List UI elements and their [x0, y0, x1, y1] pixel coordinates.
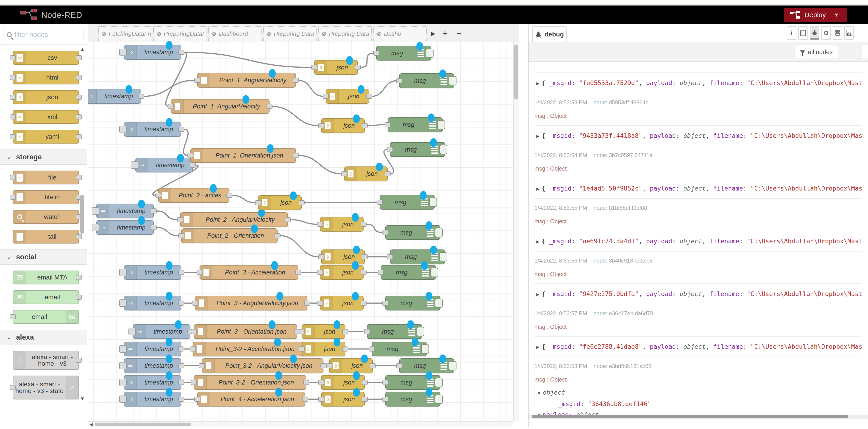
palette-section-alexa[interactable]: ⌄alexa	[0, 330, 87, 345]
input-port[interactable]	[178, 233, 184, 238]
output-port[interactable]	[342, 329, 348, 334]
node-inject-i8[interactable]: ⇒timestamp	[124, 296, 181, 310]
wire-f6-js7[interactable]	[280, 236, 319, 257]
input-port[interactable]	[382, 230, 389, 235]
wire-f2-js3[interactable]	[272, 106, 319, 126]
input-port[interactable]	[378, 270, 384, 275]
output-port[interactable]	[295, 270, 301, 275]
input-port[interactable]	[10, 385, 16, 390]
node-json-js10[interactable]: {}json	[302, 324, 345, 339]
node-file-f5[interactable]: Point_2 - AngularVelocity	[180, 212, 288, 227]
node-file-f11[interactable]: Point_3-2 - AngularVelocity.json	[202, 358, 323, 373]
input-port[interactable]	[194, 397, 200, 402]
debug-message-list[interactable]: · · ▶{ _msgid: "fe05533a.7529d", payload…	[528, 62, 868, 420]
input-port[interactable]	[317, 301, 323, 306]
output-port[interactable]	[178, 270, 184, 275]
sidebar-button-chart[interactable]	[844, 26, 854, 40]
output-port[interactable]	[362, 123, 368, 128]
node-json-js12[interactable]: {}json	[329, 358, 373, 373]
palette-node-email-mta[interactable]: ✉email MTA	[13, 270, 79, 284]
node-inject-i3[interactable]: ⇒timestamp	[124, 122, 181, 137]
wire-f3-js4[interactable]	[298, 156, 342, 174]
node-file-f6[interactable]: Point_2 - Orientation	[181, 228, 278, 243]
inject-button[interactable]	[119, 362, 127, 369]
node-file-f8[interactable]: Point_3 - AngularVelocity.json	[195, 296, 307, 310]
input-port[interactable]	[191, 380, 197, 385]
input-port[interactable]	[382, 397, 389, 402]
palette-scroll-up-icon[interactable]: ▲	[80, 46, 85, 52]
inject-button[interactable]	[119, 126, 127, 133]
input-port[interactable]	[382, 380, 389, 385]
output-port[interactable]	[304, 301, 310, 306]
deploy-caret-icon[interactable]: ▼	[834, 12, 839, 18]
node-debug-d11[interactable]: msg	[372, 342, 427, 356]
wire-i6-f6[interactable]	[156, 227, 179, 236]
palette-node-csv[interactable]: 1,2csv	[13, 51, 79, 65]
output-port[interactable]	[302, 397, 308, 402]
palette-scrollbar[interactable]: ▲ ▼	[80, 46, 85, 404]
palette-node-watch[interactable]: watch	[13, 210, 79, 224]
node-inject-i6[interactable]: ⇒timestamp	[96, 220, 154, 235]
inject-button[interactable]	[92, 207, 99, 214]
palette-node-email[interactable]: ✉email	[13, 290, 79, 304]
input-port[interactable]	[10, 114, 16, 120]
input-port[interactable]	[318, 380, 324, 385]
wire-f5-js6[interactable]	[290, 220, 318, 224]
flow-tab-4[interactable]: ⊘Preparing Data	[264, 26, 316, 41]
palette-node-alexa-smart-home-v3-state[interactable]: alexa - smart - home - v3 - state⌂	[13, 375, 79, 399]
palette-filter[interactable]	[3, 28, 84, 41]
output-port[interactable]	[151, 208, 157, 213]
tab-scroll-right-button[interactable]: ▶	[429, 26, 438, 41]
input-port[interactable]	[387, 147, 393, 152]
input-port[interactable]	[187, 153, 193, 158]
debug-enable-toggle[interactable]	[437, 120, 445, 129]
input-port[interactable]	[373, 51, 379, 56]
debug-enable-toggle[interactable]	[430, 268, 438, 277]
output-port[interactable]	[275, 233, 281, 238]
inject-button[interactable]	[119, 299, 127, 307]
debug-enable-toggle[interactable]	[439, 145, 447, 154]
output-port[interactable]	[151, 225, 157, 230]
palette-node-tail[interactable]: tail	[13, 230, 79, 243]
node-debug-d3[interactable]: msg	[388, 118, 443, 132]
wire-js6-d6[interactable]	[366, 224, 383, 232]
input-port[interactable]	[194, 78, 200, 83]
input-port[interactable]	[396, 363, 402, 368]
output-port[interactable]	[366, 94, 372, 99]
palette-node-alexa-smart-home-v3[interactable]: ⌂alexa - smart - home - v3	[13, 351, 79, 370]
debug-enable-toggle[interactable]	[435, 395, 443, 404]
output-port[interactable]	[226, 193, 232, 198]
input-port[interactable]	[192, 301, 198, 306]
flow-tab-6[interactable]: ⊘Dashb	[373, 26, 427, 41]
wire-i1-js1[interactable]	[184, 52, 312, 67]
output-port[interactable]	[385, 171, 391, 176]
filter-nodes-input[interactable]	[14, 31, 72, 38]
node-json-js5[interactable]: {}json	[258, 195, 302, 210]
canvas-hscroll-left-icon[interactable]: ◀	[88, 422, 94, 427]
node-debug-d9[interactable]: msg	[385, 296, 440, 310]
output-port[interactable]	[362, 254, 368, 259]
debug-message-summary[interactable]: ▶{ _msgid: "fe6e2788.41dae8", payload: o…	[534, 336, 862, 357]
node-debug-d5[interactable]: msg	[380, 195, 435, 209]
inject-button[interactable]	[131, 161, 138, 169]
output-port[interactable]	[361, 301, 367, 306]
node-inject-i7[interactable]: ⇒timestamp	[124, 265, 181, 280]
output-port[interactable]	[362, 380, 368, 385]
input-port[interactable]	[369, 346, 375, 352]
canvas-vscroll-thumb[interactable]	[514, 44, 518, 100]
debug-enable-toggle[interactable]	[449, 76, 457, 85]
tree-caret-icon[interactable]: ▼	[538, 390, 540, 396]
node-json-js3[interactable]: {}json	[321, 118, 365, 133]
debug-enable-toggle[interactable]	[421, 344, 429, 354]
node-file-f3[interactable]: Point_1_Orientation.json	[190, 148, 296, 163]
output-port[interactable]	[370, 363, 376, 368]
node-inject-i12[interactable]: ⇒timestamp	[124, 375, 181, 390]
input-port[interactable]	[10, 55, 16, 60]
output-port[interactable]	[320, 363, 327, 368]
node-file-f13[interactable]: Point_4 - Acceleration.json	[197, 392, 305, 406]
debug-clear-button-partial[interactable]	[862, 45, 868, 59]
input-port[interactable]	[10, 195, 16, 200]
input-port[interactable]	[341, 171, 347, 176]
input-port[interactable]	[318, 123, 324, 128]
wire-i5-f5[interactable]	[156, 211, 178, 220]
